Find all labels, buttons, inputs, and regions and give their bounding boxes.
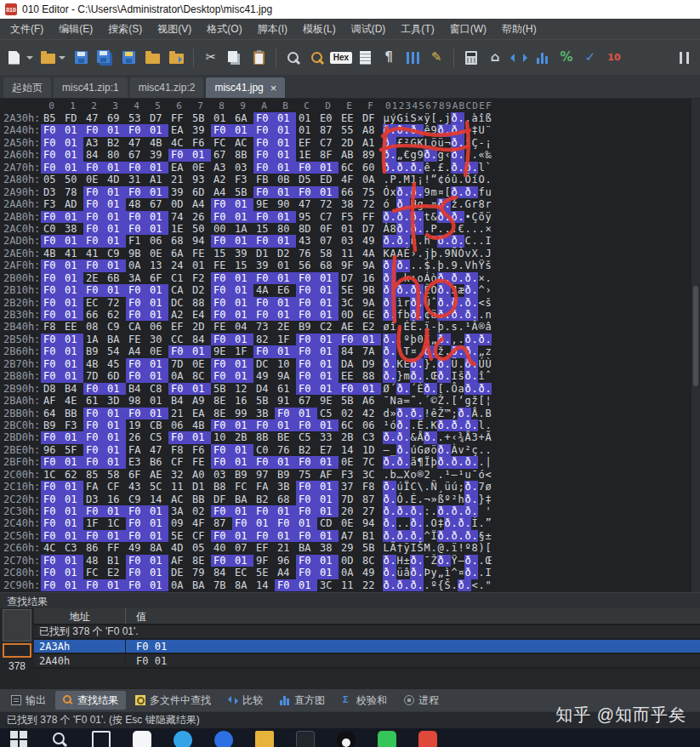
hex-byte[interactable]: 50 — [190, 223, 211, 235]
hex-byte[interactable]: 61 — [83, 395, 105, 407]
text-view-button[interactable] — [354, 47, 376, 69]
hex-byte[interactable]: F0 — [41, 456, 62, 468]
hex-byte[interactable]: 01 — [232, 272, 253, 284]
ascii-char[interactable]: ‘ — [458, 395, 464, 407]
ascii-char[interactable]: þ — [410, 334, 417, 345]
ascii-char[interactable]: . — [390, 211, 396, 223]
hex-byte[interactable]: 01 — [317, 530, 339, 542]
hex-byte[interactable]: A3 — [211, 162, 232, 174]
hex-byte[interactable]: 01 — [62, 493, 83, 505]
hex-byte[interactable]: F0 — [83, 419, 105, 431]
hex-byte[interactable]: 0E — [147, 248, 168, 259]
ascii-char[interactable]: . — [444, 555, 451, 567]
hex-byte[interactable]: 01 — [317, 567, 339, 579]
ascii-char[interactable]: Ï — [430, 530, 437, 542]
ascii-char[interactable]: . — [458, 259, 464, 271]
hex-byte[interactable]: 01 — [62, 149, 83, 161]
ascii-char[interactable]: ! — [424, 408, 430, 419]
hex-byte[interactable]: 95 — [296, 211, 317, 223]
ascii-char[interactable]: £ — [396, 137, 403, 149]
tab-misc41-zip-2[interactable]: misc41.zip:2 — [130, 77, 204, 98]
ascii-char[interactable]: r — [485, 198, 492, 210]
hex-byte[interactable]: 0D — [339, 309, 360, 321]
ascii-char[interactable]: . — [390, 149, 396, 161]
ascii-char[interactable]: ð — [458, 579, 464, 591]
ascii-char[interactable]: ‡ — [437, 517, 444, 529]
hex-byte[interactable]: F2 — [190, 272, 211, 284]
ascii-char[interactable]: ¾ — [458, 431, 464, 443]
hex-byte[interactable]: 58 — [317, 248, 339, 259]
hex-byte[interactable]: 1F — [275, 334, 296, 345]
hex-byte[interactable]: D7 — [147, 112, 168, 124]
hex-byte[interactable]: 0E — [147, 345, 168, 357]
ascii-char[interactable]: ð — [410, 124, 417, 136]
hex-byte[interactable]: 01 — [317, 456, 339, 468]
hex-byte[interactable]: 3A — [126, 272, 147, 284]
ascii-char[interactable]: . — [471, 235, 478, 247]
ascii-char[interactable]: Å — [464, 431, 471, 443]
ascii-char[interactable]: [ — [451, 395, 458, 407]
ascii-char[interactable]: C — [410, 481, 417, 493]
hex-byte[interactable]: F8 — [168, 444, 190, 456]
hex-byte[interactable]: F0 — [83, 235, 105, 247]
hex-byte[interactable]: 14 — [147, 493, 168, 505]
hex-byte[interactable]: 5E — [168, 530, 190, 542]
ascii-char[interactable]: n — [485, 309, 492, 321]
menu-search[interactable]: 搜索(S) — [101, 20, 149, 39]
ascii-char[interactable]: . — [417, 297, 424, 309]
ascii-char[interactable]: l — [478, 419, 485, 431]
save-button[interactable] — [70, 47, 92, 69]
hex-byte[interactable]: 01 — [105, 505, 126, 517]
ascii-char[interactable]: P — [430, 223, 437, 235]
hex-byte[interactable]: 01 — [62, 579, 83, 591]
replace-button[interactable] — [306, 47, 328, 69]
export-file-button[interactable] — [165, 47, 187, 69]
hex-byte[interactable]: 7C — [360, 456, 381, 468]
hex-byte[interactable]: 74 — [168, 211, 190, 223]
hex-byte[interactable]: 2D — [339, 137, 360, 149]
ascii-char[interactable]: x — [390, 186, 396, 198]
ascii-char[interactable]: . — [417, 567, 424, 579]
ascii-char[interactable]: & — [430, 211, 437, 223]
hex-byte[interactable]: 0A — [168, 370, 190, 382]
hex-byte[interactable]: F0 — [41, 235, 62, 247]
hex-byte[interactable]: 7D — [339, 493, 360, 505]
ascii-char[interactable]: . — [485, 383, 492, 395]
ascii-char[interactable]: K — [430, 419, 437, 431]
hex-byte[interactable]: 01 — [147, 124, 168, 136]
ascii-char[interactable]: I — [485, 567, 492, 579]
hex-byte[interactable]: EA — [168, 124, 190, 136]
hex-byte[interactable]: 6F — [147, 272, 168, 284]
hex-byte[interactable]: 01 — [317, 284, 339, 296]
ascii-char[interactable]: ö — [430, 444, 437, 456]
ascii-char[interactable]: | — [485, 456, 492, 468]
menu-edit[interactable]: 编辑(E) — [52, 20, 100, 39]
ascii-char[interactable]: ã — [410, 456, 417, 468]
hex-byte[interactable]: BA — [105, 334, 126, 345]
hex-byte[interactable]: 76 — [296, 248, 317, 259]
hex-byte[interactable]: F0 — [83, 505, 105, 517]
ascii-char[interactable]: ð — [396, 124, 403, 136]
hex-byte[interactable]: 75 — [296, 469, 317, 481]
hex-byte[interactable]: 41 — [62, 248, 83, 259]
ascii-char[interactable]: ð — [464, 493, 471, 505]
hex-byte[interactable]: F0 — [211, 309, 232, 321]
hex-byte[interactable]: DA — [339, 358, 360, 370]
hex-byte[interactable]: D1 — [253, 248, 275, 259]
hex-byte[interactable]: 50 — [62, 174, 83, 185]
ascii-char[interactable]: ð — [424, 383, 430, 395]
hex-byte[interactable]: 38 — [62, 223, 83, 235]
hex-byte[interactable]: B5 — [41, 112, 62, 124]
ascii-char[interactable]: º — [464, 542, 471, 554]
ascii-char[interactable]: b — [390, 469, 396, 481]
ascii-char[interactable]: › — [410, 248, 417, 259]
hex-byte[interactable]: 3B — [253, 408, 275, 419]
hex-byte[interactable]: F5 — [339, 211, 360, 223]
hex-byte[interactable]: FA — [83, 481, 105, 493]
hex-byte[interactable]: F0 — [41, 493, 62, 505]
hex-byte[interactable]: AB — [339, 149, 360, 161]
hex-byte[interactable]: E7 — [317, 444, 339, 456]
hex-byte[interactable]: F0 — [41, 555, 62, 567]
hex-byte[interactable]: 3C — [360, 469, 381, 481]
ascii-char[interactable]: — — [451, 469, 458, 481]
